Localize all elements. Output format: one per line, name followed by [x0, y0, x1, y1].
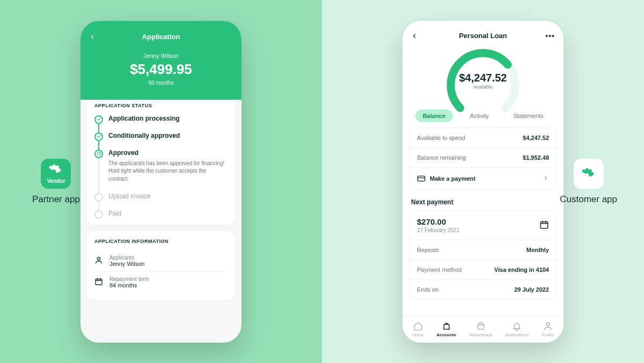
svg-point-1: [97, 257, 100, 260]
svg-rect-2: [96, 279, 102, 285]
status-step-conditional: Conditionally approved: [94, 132, 228, 149]
info-row-term: Repayment term 84 months: [94, 271, 228, 293]
status-heading: APPLICATION STATUS: [94, 103, 228, 108]
next-payment-summary: $270.00 27 Feburary 2021: [411, 211, 555, 240]
svg-rect-5: [418, 176, 425, 181]
make-payment-button[interactable]: Make a payment: [411, 167, 555, 189]
status-step-processing: Application processing: [94, 115, 228, 132]
nav-home[interactable]: Home: [412, 321, 423, 337]
back-button[interactable]: [411, 32, 418, 41]
customer-header: Personal Loan ••• $4,247.52 available Ba…: [402, 21, 564, 128]
next-payment-card: $270.00 27 Feburary 2021 Repeats Monthly…: [410, 210, 556, 300]
logo-burst-icon: [582, 167, 596, 181]
row-remaining: Balance remaining $1,952.48: [411, 147, 555, 167]
next-payment-amount: $270.00: [417, 217, 459, 226]
check-icon: [94, 115, 103, 124]
customer-side-label: Customer app: [560, 159, 617, 205]
available-label: available: [443, 84, 523, 90]
customer-app-icon: [574, 159, 604, 189]
info-row-applicants: Applicants Jenny Wilson: [94, 250, 228, 271]
partner-side-label: Vendor Partner app: [32, 159, 80, 205]
partner-caption: Partner app: [32, 194, 80, 205]
chevron-left-icon: [89, 34, 96, 40]
user-icon: [543, 321, 553, 331]
bag-icon: [442, 321, 451, 331]
application-term: 60 months: [90, 80, 232, 86]
row-method: Payment method Visa ending in 4104: [411, 260, 555, 279]
nav-notifications[interactable]: Notifications: [506, 321, 529, 337]
chevron-right-icon: [543, 175, 549, 182]
clock-icon: [94, 150, 103, 158]
chevron-left-icon: [411, 33, 418, 39]
nav-profile[interactable]: Profile: [541, 321, 554, 337]
balance-gauge: $4,247.52 available: [411, 47, 555, 101]
info-heading: APPLICATION INFORMATION: [94, 239, 228, 244]
nav-accounts[interactable]: Accounts: [436, 321, 456, 337]
svg-point-7: [546, 323, 550, 326]
status-step-paid: Paid: [94, 210, 228, 217]
partner-header: Application Jenny Wilson $5,499.95 60 mo…: [80, 21, 241, 100]
nav-marketplace[interactable]: Marketplace: [469, 321, 493, 337]
customer-phone: Personal Loan ••• $4,247.52 available Ba…: [402, 21, 564, 343]
svg-rect-6: [540, 221, 548, 228]
back-button[interactable]: [89, 33, 96, 42]
page-title: Personal Loan: [411, 32, 555, 40]
vendor-badge: Vendor: [47, 178, 65, 184]
empty-circle-icon: [94, 210, 103, 219]
approved-description: The applicant/s has been approved for fi…: [108, 160, 228, 183]
available-amount: $4,247.52: [443, 72, 523, 84]
calendar-icon[interactable]: [539, 220, 549, 231]
status-step-approved: Approved The applicant/s has been approv…: [94, 149, 228, 193]
row-ends: Ends on 29 July 2022: [411, 279, 555, 299]
status-card: APPLICATION STATUS Application processin…: [87, 95, 235, 225]
status-step-upload: Upload invoice: [94, 192, 228, 210]
calendar-icon: [94, 277, 104, 288]
bell-icon: [512, 321, 522, 331]
balance-list: Available to spend $4,247.52 Balance rem…: [410, 128, 556, 190]
check-icon: [94, 132, 103, 141]
page-title: Application: [90, 33, 232, 41]
info-card: APPLICATION INFORMATION Applicants Jenny…: [87, 231, 235, 300]
next-payment-date: 27 Feburary 2021: [417, 227, 459, 233]
logo-burst-icon: [49, 163, 63, 177]
empty-circle-icon: [94, 193, 103, 202]
shopping-bag-icon: [476, 321, 486, 331]
customer-caption: Customer app: [560, 194, 617, 205]
row-repeats: Repeats Monthly: [411, 240, 555, 260]
row-available: Available to spend $4,247.52: [411, 128, 555, 147]
person-icon: [94, 256, 104, 266]
more-button[interactable]: •••: [545, 32, 555, 40]
application-amount: $5,499.95: [90, 61, 232, 78]
applicant-name: Jenny Wilson: [90, 53, 232, 59]
next-payment-heading: Next payment: [411, 198, 555, 206]
partner-phone: Application Jenny Wilson $5,499.95 60 mo…: [80, 21, 241, 343]
home-icon: [413, 321, 423, 331]
bottom-nav: Home Accounts Marketplace Notifications …: [402, 316, 564, 343]
card-icon: [417, 174, 426, 183]
partner-app-icon: Vendor: [41, 159, 71, 189]
